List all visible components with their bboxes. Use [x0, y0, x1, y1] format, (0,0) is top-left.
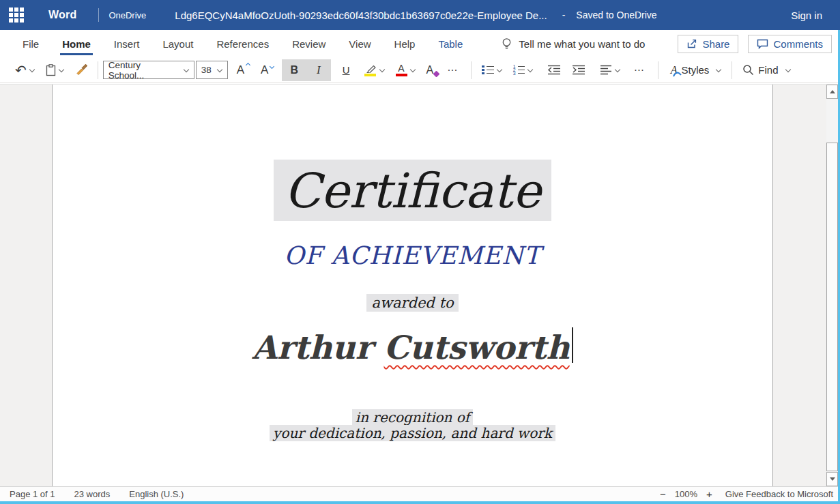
font-color-bar	[396, 74, 407, 76]
zoom-level[interactable]: 100%	[675, 489, 697, 499]
status-bar: Page 1 of 1 23 words English (U.S.) − 10…	[0, 486, 840, 501]
comments-button[interactable]: Comments	[748, 35, 832, 53]
format-painter-icon	[75, 64, 87, 76]
scroll-up-button[interactable]	[826, 85, 838, 99]
document-canvas: Certificate OF ACHIEVEMENT awarded to Ar…	[0, 84, 840, 486]
achievement-subheading[interactable]: OF ACHIEVEMENT	[53, 241, 772, 269]
bold-button[interactable]: B	[282, 60, 306, 80]
format-painter-button[interactable]	[72, 61, 91, 78]
window-edge-bottom	[0, 501, 840, 504]
font-name-value: Century School...	[108, 60, 179, 80]
save-status[interactable]: Saved to OneDrive	[576, 10, 656, 20]
page-count[interactable]: Page 1 of 1	[10, 489, 55, 499]
selected-text[interactable]: Certificate	[274, 160, 551, 221]
bullets-button[interactable]	[478, 62, 506, 78]
document-page[interactable]: Certificate OF ACHIEVEMENT awarded to Ar…	[52, 85, 773, 486]
paste-button[interactable]	[42, 61, 68, 79]
bold-icon: B	[290, 64, 298, 76]
tab-insert[interactable]: Insert	[102, 32, 151, 55]
align-icon	[600, 65, 612, 75]
chevron-down-icon	[409, 66, 415, 72]
bold-italic-pressed-group: B I	[282, 59, 330, 81]
decrease-indent-icon	[547, 65, 561, 75]
styles-label: Styles	[681, 64, 709, 76]
grow-font-icon: A	[237, 63, 250, 77]
chevron-down-icon	[59, 66, 64, 72]
decrease-indent-button[interactable]	[544, 62, 564, 78]
clear-formatting-button[interactable]: A	[423, 61, 437, 79]
certificate-heading[interactable]: Certificate	[53, 162, 772, 220]
tab-references[interactable]: References	[205, 32, 280, 55]
highlight-button[interactable]	[361, 61, 388, 79]
app-launcher-icon[interactable]	[9, 8, 24, 23]
share-button[interactable]: Share	[678, 35, 738, 53]
ribbon-toolbar: ↶ Century School... 38	[0, 57, 840, 83]
paragraph-overflow-button[interactable]: ⋯	[628, 61, 651, 79]
chevron-down-icon	[184, 66, 189, 72]
tab-review[interactable]: Review	[280, 32, 337, 55]
italic-button[interactable]: I	[306, 59, 331, 81]
underline-button[interactable]: U	[336, 60, 357, 80]
tab-help[interactable]: Help	[383, 32, 427, 55]
toolbar-divider	[98, 61, 98, 79]
feedback-link[interactable]: Give Feedback to Microsoft	[725, 489, 833, 499]
recipient-first-name[interactable]: Arthur	[252, 329, 372, 366]
font-overflow-button[interactable]: ⋯	[441, 61, 464, 79]
ribbon-right-actions: Share Comments	[678, 35, 840, 53]
sign-in-link[interactable]: Sign in	[791, 10, 822, 21]
toolbar-divider	[658, 61, 658, 79]
language-indicator[interactable]: English (U.S.)	[129, 489, 184, 499]
clipboard-icon	[46, 64, 56, 76]
undo-button[interactable]: ↶	[12, 62, 38, 78]
chevron-down-icon	[614, 66, 620, 72]
styles-button[interactable]: A Styles	[667, 61, 725, 79]
numbered-list-icon: 1 2 3	[513, 65, 525, 75]
selected-text[interactable]: in recognition of	[352, 409, 474, 426]
recipient-name-line[interactable]: ArthurCutsworth	[53, 327, 772, 366]
alignment-button[interactable]	[596, 62, 624, 78]
font-name-combobox[interactable]: Century School...	[103, 61, 194, 79]
zoom-out-button[interactable]: −	[658, 488, 668, 500]
vertical-scrollbar[interactable]	[826, 85, 838, 486]
tab-layout[interactable]: Layout	[151, 32, 205, 55]
scrollbar-thumb[interactable]	[826, 143, 838, 471]
chevron-down-icon	[29, 66, 35, 72]
word-count[interactable]: 23 words	[74, 489, 111, 499]
find-button[interactable]: Find	[739, 61, 794, 78]
recognition-line-2[interactable]: your dedication, passion, and hard work	[53, 426, 772, 441]
shrink-font-icon: A	[261, 63, 274, 77]
find-label: Find	[758, 64, 778, 76]
font-size-combobox[interactable]: 38	[196, 61, 228, 79]
comments-label: Comments	[773, 38, 823, 50]
grow-font-button[interactable]: A	[233, 61, 253, 80]
scroll-up-icon	[830, 90, 835, 93]
tab-file[interactable]: File	[11, 32, 50, 55]
selected-text[interactable]: awarded to	[366, 294, 458, 312]
recipient-last-name-misspelled[interactable]: Cutsworth	[384, 329, 570, 366]
selected-text[interactable]: your dedication, passion, and hard work	[270, 425, 555, 441]
status-left: Page 1 of 1 23 words English (U.S.)	[0, 489, 184, 499]
highlighter-icon	[364, 64, 377, 76]
numbering-button[interactable]: 1 2 3	[510, 62, 536, 78]
platform-label[interactable]: OneDrive	[108, 10, 146, 20]
document-title[interactable]: Ldg6EQCyN4aMfoOzUoth-90293edc60f43f30bdc…	[175, 10, 547, 21]
tab-table[interactable]: Table	[426, 32, 474, 55]
tab-view[interactable]: View	[337, 32, 382, 55]
chevron-down-icon	[527, 66, 532, 72]
increase-indent-button[interactable]	[568, 62, 589, 78]
font-color-button[interactable]: A	[392, 61, 419, 79]
zoom-in-button[interactable]: +	[704, 488, 714, 500]
comments-icon	[757, 38, 768, 49]
lightbulb-icon	[502, 38, 512, 50]
scroll-down-button[interactable]	[826, 472, 838, 486]
ribbon-tab-row: File Home Insert Layout References Revie…	[0, 30, 840, 57]
titlebar-divider	[98, 8, 99, 22]
tell-me-box[interactable]: Tell me what you want to do	[502, 38, 645, 50]
shrink-font-button[interactable]: A	[257, 61, 277, 80]
tab-home[interactable]: Home	[50, 32, 102, 55]
undo-group: ↶	[10, 61, 93, 79]
app-name[interactable]: Word	[48, 9, 76, 21]
recognition-line-1[interactable]: in recognition of	[53, 410, 772, 426]
awarded-to-line[interactable]: awarded to	[53, 295, 772, 311]
search-icon	[742, 64, 754, 76]
